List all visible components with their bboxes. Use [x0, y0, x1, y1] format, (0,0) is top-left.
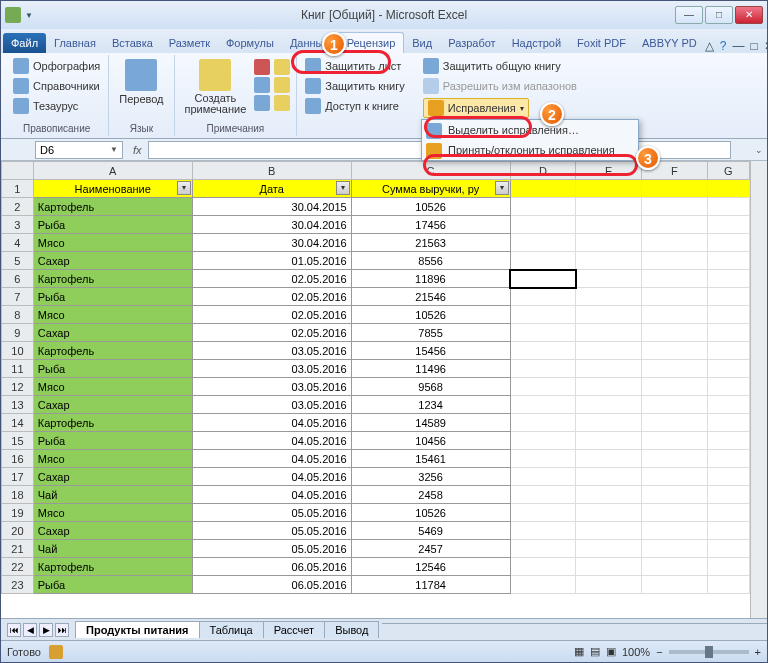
zoom-slider[interactable]: [669, 650, 749, 654]
data-cell[interactable]: 04.05.2016: [192, 486, 351, 504]
data-cell[interactable]: Рыба: [33, 576, 192, 594]
row-header[interactable]: 7: [2, 288, 34, 306]
sheet-tab[interactable]: Вывод: [324, 621, 379, 638]
row-header[interactable]: 14: [2, 414, 34, 432]
data-cell[interactable]: Картофель: [33, 558, 192, 576]
row-header[interactable]: 15: [2, 432, 34, 450]
col-header[interactable]: B: [192, 162, 351, 180]
empty-cell[interactable]: [641, 270, 707, 288]
empty-cell[interactable]: [641, 306, 707, 324]
sheet-tab[interactable]: Рассчет: [263, 621, 326, 638]
empty-cell[interactable]: [510, 504, 576, 522]
empty-cell[interactable]: [510, 450, 576, 468]
view-layout-icon[interactable]: ▤: [590, 645, 600, 658]
protect-workbook-button[interactable]: Защитить книгу: [303, 77, 407, 95]
research-button[interactable]: Справочники: [11, 77, 102, 95]
data-cell[interactable]: 03.05.2016: [192, 342, 351, 360]
empty-cell[interactable]: [510, 216, 576, 234]
data-cell[interactable]: Сахар: [33, 396, 192, 414]
expand-formula-icon[interactable]: ⌄: [751, 145, 767, 155]
empty-cell[interactable]: [641, 522, 707, 540]
empty-cell[interactable]: [707, 468, 749, 486]
data-cell[interactable]: 5469: [351, 522, 510, 540]
row-header[interactable]: 21: [2, 540, 34, 558]
data-cell[interactable]: 21563: [351, 234, 510, 252]
view-normal-icon[interactable]: ▦: [574, 645, 584, 658]
maximize-button[interactable]: □: [705, 6, 733, 24]
empty-cell[interactable]: [707, 234, 749, 252]
empty-cell[interactable]: [641, 234, 707, 252]
data-cell[interactable]: Рыба: [33, 288, 192, 306]
data-cell[interactable]: 02.05.2016: [192, 288, 351, 306]
last-sheet-button[interactable]: ⏭: [55, 623, 69, 637]
row-header[interactable]: 9: [2, 324, 34, 342]
doc-close-icon[interactable]: ✕: [764, 39, 768, 53]
empty-cell[interactable]: [641, 180, 707, 198]
data-cell[interactable]: 02.05.2016: [192, 306, 351, 324]
filter-arrow-icon[interactable]: ▾: [177, 181, 191, 195]
data-cell[interactable]: 04.05.2016: [192, 414, 351, 432]
empty-cell[interactable]: [576, 522, 642, 540]
data-cell[interactable]: Сахар: [33, 522, 192, 540]
horizontal-scrollbar[interactable]: [382, 623, 767, 637]
empty-cell[interactable]: [576, 306, 642, 324]
vertical-scrollbar[interactable]: [750, 161, 767, 618]
empty-cell[interactable]: [641, 504, 707, 522]
doc-min-icon[interactable]: —: [732, 39, 744, 53]
empty-cell[interactable]: [707, 504, 749, 522]
empty-cell[interactable]: [576, 504, 642, 522]
data-cell[interactable]: Картофель: [33, 342, 192, 360]
data-cell[interactable]: Мясо: [33, 234, 192, 252]
data-cell[interactable]: Мясо: [33, 504, 192, 522]
empty-cell[interactable]: [641, 576, 707, 594]
empty-cell[interactable]: [510, 468, 576, 486]
empty-cell[interactable]: [576, 468, 642, 486]
sheet-tab[interactable]: Таблица: [199, 621, 264, 638]
empty-cell[interactable]: [510, 378, 576, 396]
data-cell[interactable]: 02.05.2016: [192, 324, 351, 342]
data-cell[interactable]: 10456: [351, 432, 510, 450]
select-all-cell[interactable]: [2, 162, 34, 180]
accept-reject-item[interactable]: Принять/отклонить исправления: [422, 140, 638, 160]
zoom-in-button[interactable]: +: [755, 646, 761, 658]
empty-cell[interactable]: [641, 432, 707, 450]
data-cell[interactable]: 9568: [351, 378, 510, 396]
close-button[interactable]: ✕: [735, 6, 763, 24]
data-cell[interactable]: 04.05.2016: [192, 432, 351, 450]
empty-cell[interactable]: [576, 180, 642, 198]
data-cell[interactable]: Чай: [33, 540, 192, 558]
empty-cell[interactable]: [510, 342, 576, 360]
empty-cell[interactable]: [641, 324, 707, 342]
row-header[interactable]: 13: [2, 396, 34, 414]
empty-cell[interactable]: [510, 558, 576, 576]
help-icon[interactable]: ?: [720, 39, 727, 53]
data-cell[interactable]: Рыба: [33, 216, 192, 234]
data-cell[interactable]: 1234: [351, 396, 510, 414]
row-header[interactable]: 8: [2, 306, 34, 324]
empty-cell[interactable]: [576, 270, 642, 288]
qat-dropdown-icon[interactable]: ▼: [25, 11, 33, 20]
empty-cell[interactable]: [641, 396, 707, 414]
row-header[interactable]: 10: [2, 342, 34, 360]
translate-button[interactable]: Перевод: [115, 57, 167, 107]
empty-cell[interactable]: [707, 576, 749, 594]
data-cell[interactable]: 05.05.2016: [192, 522, 351, 540]
empty-cell[interactable]: [641, 486, 707, 504]
empty-cell[interactable]: [576, 288, 642, 306]
empty-cell[interactable]: [641, 414, 707, 432]
allow-ranges-button[interactable]: Разрешить изм иапазонов: [421, 77, 579, 95]
prev-comment-icon[interactable]: [254, 77, 270, 93]
empty-cell[interactable]: [576, 432, 642, 450]
empty-cell[interactable]: [707, 324, 749, 342]
doc-restore-icon[interactable]: □: [750, 39, 757, 53]
empty-cell[interactable]: [707, 486, 749, 504]
data-cell[interactable]: Сахар: [33, 252, 192, 270]
view-break-icon[interactable]: ▣: [606, 645, 616, 658]
tab-Foxit PDF[interactable]: Foxit PDF: [569, 33, 634, 53]
empty-cell[interactable]: [707, 252, 749, 270]
tab-Надстрой[interactable]: Надстрой: [504, 33, 569, 53]
empty-cell[interactable]: [576, 540, 642, 558]
data-cell[interactable]: 11784: [351, 576, 510, 594]
empty-cell[interactable]: [510, 522, 576, 540]
data-cell[interactable]: Картофель: [33, 414, 192, 432]
